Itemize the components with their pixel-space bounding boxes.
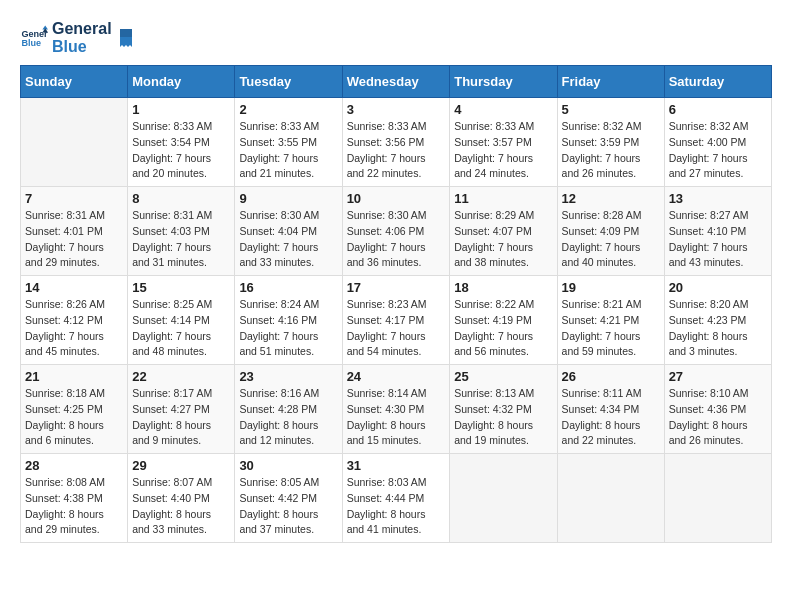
week-row-0: 1Sunrise: 8:33 AMSunset: 3:54 PMDaylight… [21,98,772,187]
day-info: Sunrise: 8:20 AMSunset: 4:23 PMDaylight:… [669,297,767,360]
day-info: Sunrise: 8:26 AMSunset: 4:12 PMDaylight:… [25,297,123,360]
day-cell: 18Sunrise: 8:22 AMSunset: 4:19 PMDayligh… [450,276,557,365]
day-number: 30 [239,458,337,473]
day-info: Sunrise: 8:31 AMSunset: 4:03 PMDaylight:… [132,208,230,271]
day-cell: 5Sunrise: 8:32 AMSunset: 3:59 PMDaylight… [557,98,664,187]
svg-text:Blue: Blue [21,38,41,48]
day-cell: 11Sunrise: 8:29 AMSunset: 4:07 PMDayligh… [450,187,557,276]
logo-general: General [52,20,112,38]
day-info: Sunrise: 8:24 AMSunset: 4:16 PMDaylight:… [239,297,337,360]
day-number: 19 [562,280,660,295]
weekday-friday: Friday [557,66,664,98]
day-cell: 13Sunrise: 8:27 AMSunset: 4:10 PMDayligh… [664,187,771,276]
day-info: Sunrise: 8:05 AMSunset: 4:42 PMDaylight:… [239,475,337,538]
day-info: Sunrise: 8:17 AMSunset: 4:27 PMDaylight:… [132,386,230,449]
day-info: Sunrise: 8:10 AMSunset: 4:36 PMDaylight:… [669,386,767,449]
day-cell: 22Sunrise: 8:17 AMSunset: 4:27 PMDayligh… [128,365,235,454]
day-number: 21 [25,369,123,384]
day-cell: 4Sunrise: 8:33 AMSunset: 3:57 PMDaylight… [450,98,557,187]
day-number: 20 [669,280,767,295]
day-info: Sunrise: 8:33 AMSunset: 3:56 PMDaylight:… [347,119,446,182]
day-cell [21,98,128,187]
day-cell: 12Sunrise: 8:28 AMSunset: 4:09 PMDayligh… [557,187,664,276]
week-row-1: 7Sunrise: 8:31 AMSunset: 4:01 PMDaylight… [21,187,772,276]
day-cell: 15Sunrise: 8:25 AMSunset: 4:14 PMDayligh… [128,276,235,365]
day-cell: 8Sunrise: 8:31 AMSunset: 4:03 PMDaylight… [128,187,235,276]
week-row-4: 28Sunrise: 8:08 AMSunset: 4:38 PMDayligh… [21,454,772,543]
day-number: 29 [132,458,230,473]
day-info: Sunrise: 8:25 AMSunset: 4:14 PMDaylight:… [132,297,230,360]
day-info: Sunrise: 8:28 AMSunset: 4:09 PMDaylight:… [562,208,660,271]
day-info: Sunrise: 8:22 AMSunset: 4:19 PMDaylight:… [454,297,552,360]
day-info: Sunrise: 8:30 AMSunset: 4:06 PMDaylight:… [347,208,446,271]
day-number: 28 [25,458,123,473]
day-number: 23 [239,369,337,384]
day-number: 8 [132,191,230,206]
day-number: 14 [25,280,123,295]
day-info: Sunrise: 8:21 AMSunset: 4:21 PMDaylight:… [562,297,660,360]
day-number: 12 [562,191,660,206]
day-cell: 30Sunrise: 8:05 AMSunset: 4:42 PMDayligh… [235,454,342,543]
day-info: Sunrise: 8:33 AMSunset: 3:54 PMDaylight:… [132,119,230,182]
day-cell: 23Sunrise: 8:16 AMSunset: 4:28 PMDayligh… [235,365,342,454]
day-cell: 6Sunrise: 8:32 AMSunset: 4:00 PMDaylight… [664,98,771,187]
day-number: 4 [454,102,552,117]
day-number: 22 [132,369,230,384]
day-cell: 2Sunrise: 8:33 AMSunset: 3:55 PMDaylight… [235,98,342,187]
day-cell: 14Sunrise: 8:26 AMSunset: 4:12 PMDayligh… [21,276,128,365]
weekday-thursday: Thursday [450,66,557,98]
day-info: Sunrise: 8:08 AMSunset: 4:38 PMDaylight:… [25,475,123,538]
day-info: Sunrise: 8:32 AMSunset: 4:00 PMDaylight:… [669,119,767,182]
day-cell: 31Sunrise: 8:03 AMSunset: 4:44 PMDayligh… [342,454,450,543]
day-cell: 9Sunrise: 8:30 AMSunset: 4:04 PMDaylight… [235,187,342,276]
calendar-body: 1Sunrise: 8:33 AMSunset: 3:54 PMDaylight… [21,98,772,543]
day-number: 16 [239,280,337,295]
day-info: Sunrise: 8:33 AMSunset: 3:57 PMDaylight:… [454,119,552,182]
day-cell: 20Sunrise: 8:20 AMSunset: 4:23 PMDayligh… [664,276,771,365]
svg-marker-5 [120,29,132,37]
day-cell: 16Sunrise: 8:24 AMSunset: 4:16 PMDayligh… [235,276,342,365]
day-info: Sunrise: 8:31 AMSunset: 4:01 PMDaylight:… [25,208,123,271]
day-number: 7 [25,191,123,206]
day-number: 26 [562,369,660,384]
weekday-header-row: SundayMondayTuesdayWednesdayThursdayFrid… [21,66,772,98]
day-cell: 26Sunrise: 8:11 AMSunset: 4:34 PMDayligh… [557,365,664,454]
day-cell: 1Sunrise: 8:33 AMSunset: 3:54 PMDaylight… [128,98,235,187]
day-number: 5 [562,102,660,117]
day-number: 3 [347,102,446,117]
day-info: Sunrise: 8:32 AMSunset: 3:59 PMDaylight:… [562,119,660,182]
day-number: 2 [239,102,337,117]
day-info: Sunrise: 8:30 AMSunset: 4:04 PMDaylight:… [239,208,337,271]
day-number: 15 [132,280,230,295]
day-info: Sunrise: 8:14 AMSunset: 4:30 PMDaylight:… [347,386,446,449]
day-cell: 7Sunrise: 8:31 AMSunset: 4:01 PMDaylight… [21,187,128,276]
day-number: 10 [347,191,446,206]
day-number: 27 [669,369,767,384]
day-number: 13 [669,191,767,206]
logo-flag-icon [116,27,138,49]
day-cell: 10Sunrise: 8:30 AMSunset: 4:06 PMDayligh… [342,187,450,276]
day-cell [450,454,557,543]
day-number: 11 [454,191,552,206]
day-info: Sunrise: 8:03 AMSunset: 4:44 PMDaylight:… [347,475,446,538]
day-cell: 29Sunrise: 8:07 AMSunset: 4:40 PMDayligh… [128,454,235,543]
day-cell: 17Sunrise: 8:23 AMSunset: 4:17 PMDayligh… [342,276,450,365]
week-row-2: 14Sunrise: 8:26 AMSunset: 4:12 PMDayligh… [21,276,772,365]
day-cell: 28Sunrise: 8:08 AMSunset: 4:38 PMDayligh… [21,454,128,543]
day-cell: 19Sunrise: 8:21 AMSunset: 4:21 PMDayligh… [557,276,664,365]
day-info: Sunrise: 8:18 AMSunset: 4:25 PMDaylight:… [25,386,123,449]
page-header: General Blue General Blue [20,20,772,55]
day-info: Sunrise: 8:29 AMSunset: 4:07 PMDaylight:… [454,208,552,271]
weekday-tuesday: Tuesday [235,66,342,98]
weekday-saturday: Saturday [664,66,771,98]
day-number: 9 [239,191,337,206]
weekday-monday: Monday [128,66,235,98]
weekday-sunday: Sunday [21,66,128,98]
weekday-wednesday: Wednesday [342,66,450,98]
day-info: Sunrise: 8:33 AMSunset: 3:55 PMDaylight:… [239,119,337,182]
day-cell: 3Sunrise: 8:33 AMSunset: 3:56 PMDaylight… [342,98,450,187]
day-number: 25 [454,369,552,384]
week-row-3: 21Sunrise: 8:18 AMSunset: 4:25 PMDayligh… [21,365,772,454]
day-number: 1 [132,102,230,117]
day-cell: 25Sunrise: 8:13 AMSunset: 4:32 PMDayligh… [450,365,557,454]
